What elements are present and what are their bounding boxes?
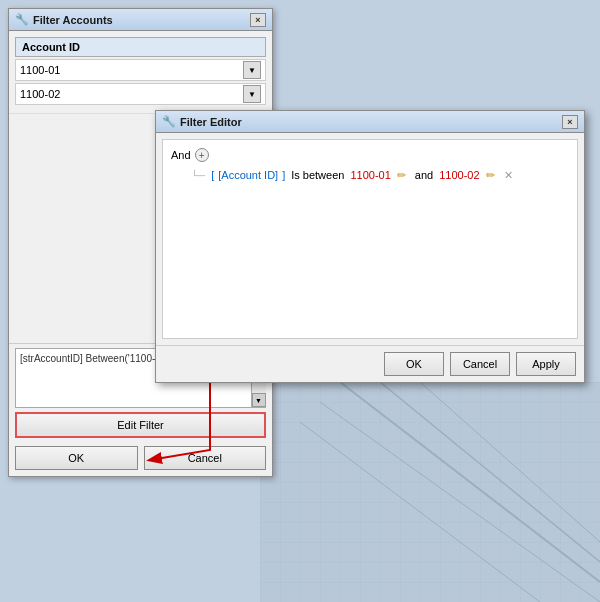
filter-editor-apply-btn[interactable]: Apply	[516, 352, 576, 376]
filter-accounts-actions: OK Cancel	[15, 442, 266, 472]
condition-value1: 1100-01	[350, 169, 390, 181]
condition-value2: 1100-02	[439, 169, 479, 181]
filter-row-2: 1100-02 ▼	[15, 83, 266, 105]
edit-value2-icon[interactable]: ✏	[484, 168, 498, 182]
filter-title-icon: 🔧	[15, 13, 29, 27]
background-grid	[260, 382, 600, 602]
filter-accounts-title-text: Filter Accounts	[33, 14, 113, 26]
filter-editor-title: 🔧 Filter Editor	[162, 115, 242, 128]
edit-filter-btn-wrapper: Edit Filter	[15, 412, 266, 438]
delete-condition-icon[interactable]: ✕	[502, 168, 516, 182]
filter-accounts-close-btn[interactable]: ×	[250, 13, 266, 27]
filter-and-row: And +	[171, 148, 569, 162]
filter-editor-content: And + └─ [ [Account ID] ] Is between 110…	[162, 139, 578, 339]
filter-accounts-titlebar: 🔧 Filter Accounts ×	[9, 9, 272, 31]
filter-editor-cancel-btn[interactable]: Cancel	[450, 352, 510, 376]
filter-value-2: 1100-02	[20, 88, 243, 100]
filter-editor-icon: 🔧	[162, 115, 176, 128]
filter-editor-close-btn[interactable]: ×	[562, 115, 578, 129]
condition-operator: Is between	[291, 169, 344, 181]
condition-close-bracket: ]	[282, 169, 285, 181]
add-condition-icon[interactable]: +	[195, 148, 209, 162]
filter-row-1: 1100-01 ▼	[15, 59, 266, 81]
filter-accounts-title: 🔧 Filter Accounts	[15, 13, 113, 27]
condition-and-text: and	[415, 169, 433, 181]
scroll-down-btn[interactable]: ▼	[252, 393, 266, 407]
filter-editor-ok-btn[interactable]: OK	[384, 352, 444, 376]
edit-filter-button[interactable]: Edit Filter	[15, 412, 266, 438]
filter-editor-title-text: Filter Editor	[180, 116, 242, 128]
filter-accounts-ok-btn[interactable]: OK	[15, 446, 138, 470]
filter-accounts-cancel-btn[interactable]: Cancel	[144, 446, 267, 470]
condition-open-bracket: [	[211, 169, 214, 181]
account-id-header: Account ID	[15, 37, 266, 57]
filter-accounts-body: Account ID 1100-01 ▼ 1100-02 ▼	[9, 31, 272, 113]
filter-editor-titlebar: 🔧 Filter Editor ×	[156, 111, 584, 133]
filter-editor-dialog: 🔧 Filter Editor × And + └─ [ [Account ID…	[155, 110, 585, 383]
svg-rect-1	[260, 382, 600, 602]
filter-condition-row: └─ [ [Account ID] ] Is between 1100-01 ✏…	[191, 168, 569, 182]
filter-editor-footer: OK Cancel Apply	[156, 345, 584, 382]
tree-connector-icon: └─	[191, 170, 205, 181]
condition-field-text: [Account ID]	[218, 169, 278, 181]
dropdown-btn-2[interactable]: ▼	[243, 85, 261, 103]
filter-value-1: 1100-01	[20, 64, 243, 76]
and-label: And	[171, 149, 191, 161]
dropdown-btn-1[interactable]: ▼	[243, 61, 261, 79]
edit-value1-icon[interactable]: ✏	[395, 168, 409, 182]
